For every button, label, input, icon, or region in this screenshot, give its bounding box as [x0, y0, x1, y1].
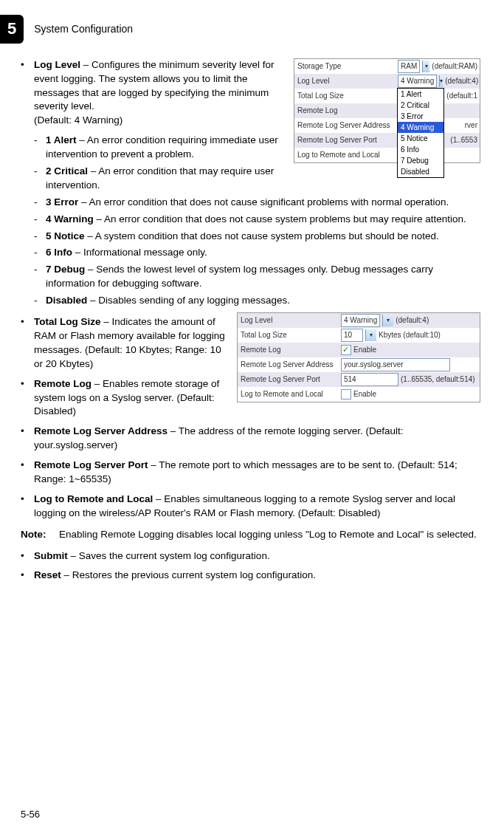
row-label: Total Log Size — [238, 330, 341, 340]
storage-type-select[interactable]: RAM — [398, 60, 420, 73]
dropdown-option[interactable]: 2 Critical — [398, 100, 443, 111]
bullet-log-remote-local: • Log to Remote and Local – Enables simu… — [21, 493, 480, 521]
sub-3error: -3 Error – An error condition that does … — [34, 196, 480, 210]
row-label: Remote Log — [294, 106, 398, 116]
sub-2critical: -2 Critical – An error condition that ma… — [34, 165, 289, 193]
row-label: Remote Log Server Address — [238, 360, 341, 370]
bullet-submit: • Submit – Saves the current system log … — [21, 549, 480, 563]
row-label: Log to Remote and Local — [238, 389, 341, 400]
row-label: Total Log Size — [294, 91, 398, 101]
sub-6info: -6 Info – Informational message only. — [34, 246, 480, 260]
config-panel-totallog: Log Level 4 Warning▾ (default:4) Total L… — [237, 312, 480, 402]
sub-1alert: -1 Alert – An error condition requiring … — [34, 134, 289, 162]
page-header: 5 System Configuration — [21, 15, 480, 44]
chevron-down-icon[interactable]: ▾ — [422, 61, 429, 72]
dropdown-option[interactable]: Disabled — [398, 166, 443, 177]
sub-5notice: -5 Notice – A system condition that does… — [34, 230, 480, 244]
config-panel-loglevel: Storage Type RAM▾ (default:RAM) Log Leve… — [294, 58, 480, 163]
log-level-select[interactable]: 4 Warning — [398, 75, 437, 88]
chevron-down-icon[interactable]: ▾ — [365, 329, 376, 341]
dropdown-option[interactable]: 5 Notice — [398, 133, 443, 144]
page-number: 5-56 — [21, 808, 40, 821]
dropdown-option[interactable]: 1 Alert — [398, 89, 443, 100]
row-label: Remote Log Server Port — [238, 374, 341, 385]
bullet-remote-port: • Remote Log Server Port – The remote po… — [21, 459, 480, 487]
row-label: Storage Type — [294, 61, 398, 72]
row-label: Log to Remote and Local — [294, 150, 398, 160]
chapter-number: 5 — [0, 15, 24, 44]
total-log-size-select[interactable]: 10 — [341, 329, 363, 342]
row-label: Remote Log Server Address — [294, 120, 398, 131]
row-label: Remote Log — [238, 345, 341, 355]
page-title: System Configuration — [34, 22, 133, 37]
dropdown-option-selected[interactable]: 4 Warning — [398, 122, 443, 133]
sub-4warning: -4 Warning – An error condition that doe… — [34, 213, 480, 227]
bullet-log-level: • Log Level – Configures the minimum sev… — [21, 58, 289, 128]
bullet-remote-addr: • Remote Log Server Address – The addres… — [21, 425, 480, 453]
bullet-reset: • Reset – Restores the previous current … — [21, 569, 480, 583]
row-label: Remote Log Server Port — [294, 135, 398, 145]
bullet-total-log-size: • Total Log Size – Indicates the amount … — [21, 315, 232, 371]
row-label: Log Level — [294, 76, 398, 86]
remote-log-checkbox[interactable]: ✓ — [341, 345, 351, 355]
chevron-down-icon[interactable]: ▾ — [382, 315, 393, 326]
log-level-select[interactable]: 4 Warning — [341, 314, 380, 327]
row-label: Log Level — [238, 315, 341, 326]
remote-addr-input[interactable]: your.syslog.server — [341, 358, 450, 371]
sub-7debug: -7 Debug – Sends the lowest level of sys… — [34, 263, 480, 291]
note: Note: Enabling Remote Logging disables l… — [21, 528, 480, 542]
dropdown-option[interactable]: 3 Error — [398, 111, 443, 122]
dropdown-option[interactable]: 6 Info — [398, 144, 443, 155]
remote-port-input[interactable]: 514 — [341, 373, 398, 386]
sub-disabled: -Disabled – Disables sending of any logg… — [34, 294, 480, 308]
log-level-dropdown[interactable]: 1 Alert 2 Critical 3 Error 4 Warning 5 N… — [397, 88, 444, 178]
chevron-down-icon[interactable]: ▾ — [439, 75, 443, 87]
bullet-remote-log: • Remote Log – Enables remote storage of… — [21, 377, 232, 419]
log-remote-local-checkbox[interactable] — [341, 389, 351, 400]
dropdown-option[interactable]: 7 Debug — [398, 155, 443, 166]
